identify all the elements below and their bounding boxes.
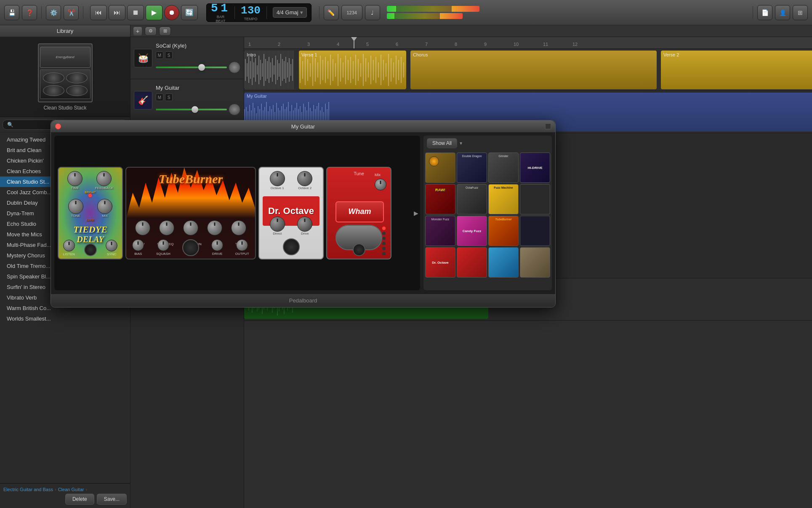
pedal-thumb-item-12[interactable] xyxy=(520,216,550,246)
pedal-tiedye-delay[interactable]: TIME FEEDBACK BRIGHT xyxy=(58,167,123,259)
key-display[interactable]: 4/4 Gmaj ▾ xyxy=(273,7,307,18)
pedal-thumb-item-4[interactable]: HI-DRIVE xyxy=(520,152,550,183)
delete-button[interactable]: Delete xyxy=(65,494,94,505)
modal-resize-button[interactable] xyxy=(545,123,551,129)
play-button[interactable]: ▶ xyxy=(146,5,162,20)
profile-btn[interactable]: 👤 xyxy=(775,5,790,20)
knob-listen[interactable] xyxy=(63,240,75,251)
stop-button[interactable]: ⏹ xyxy=(127,5,144,20)
volume-knob-guitar[interactable] xyxy=(229,104,240,115)
region-verse2[interactable]: Verse 2 xyxy=(661,51,812,89)
scissors-icon[interactable]: ✂️ xyxy=(64,5,79,20)
beat-number: 1 xyxy=(221,2,229,15)
pedal-scroll-right[interactable]: ▶ xyxy=(414,210,418,217)
pedal-thumb-item-14[interactable] xyxy=(457,247,487,278)
knob-tb-low[interactable] xyxy=(135,220,150,235)
key-dropdown-icon[interactable]: ▾ xyxy=(300,9,303,16)
knob-tb-bias[interactable] xyxy=(132,239,144,251)
svg-rect-69 xyxy=(401,57,402,83)
pencil-tool[interactable]: ✏️ xyxy=(324,5,339,20)
knob-time[interactable] xyxy=(67,171,83,186)
track-mute-socal[interactable]: M xyxy=(156,51,163,59)
knob-tb-drive[interactable] xyxy=(211,239,223,251)
pedal-tubeburner[interactable]: TubeBurner xyxy=(125,167,256,259)
pedal-thumb-item-11[interactable]: TubeBurner xyxy=(488,216,519,246)
pedal-thumb-item-15[interactable] xyxy=(488,247,519,278)
pedal-thumb-item-5[interactable]: RAW! xyxy=(425,184,455,214)
show-all-button[interactable]: Show All xyxy=(427,138,457,148)
knob-mix[interactable] xyxy=(97,199,112,214)
knob-oct2[interactable] xyxy=(297,171,312,186)
add-track-button[interactable]: + xyxy=(133,27,142,36)
pedal-dr-octave[interactable]: Octave 1 Octave 2 Dr. Octave Direct xyxy=(258,167,324,259)
count-btn[interactable]: 1234 xyxy=(341,5,362,20)
breadcrumb-clean-guitar[interactable]: Clean Guitar xyxy=(58,487,84,492)
track-options-btn[interactable]: ⚙ xyxy=(145,27,157,36)
pedal-thumb-item-10[interactable]: Candy Fuzz xyxy=(457,216,487,246)
knob-tb-tone[interactable] xyxy=(231,220,246,235)
score-btn[interactable]: 📄 xyxy=(757,5,772,20)
dropdown-arrow[interactable]: ▾ xyxy=(460,140,462,146)
save-icon[interactable]: 💾 xyxy=(4,5,19,20)
cycle-button[interactable]: 🔄 xyxy=(181,5,198,20)
region-chorus[interactable]: Chorus xyxy=(410,51,657,89)
fast-forward-button[interactable]: ⏭ xyxy=(109,5,125,20)
record-button[interactable]: ⏺ xyxy=(164,5,179,20)
help-icon[interactable]: ❓ xyxy=(22,5,37,20)
knob-tb-high[interactable] xyxy=(207,220,222,235)
svg-rect-22 xyxy=(282,59,283,81)
pedal-thumb-item-16[interactable] xyxy=(520,247,550,278)
track-solo-guitar[interactable]: S xyxy=(165,94,173,101)
pedal-thumb-item-1[interactable] xyxy=(425,152,455,183)
knob-tone[interactable] xyxy=(68,199,83,214)
pedal-thumb-item-8[interactable] xyxy=(520,184,550,214)
track-name-socal: SoCal (Kyle) xyxy=(156,43,240,49)
pedal-thumb-item-7[interactable]: Fuzz Machine xyxy=(488,184,519,214)
fader-track-guitar[interactable] xyxy=(156,109,227,110)
volume-knob-socal[interactable] xyxy=(229,61,240,73)
knob-drive[interactable] xyxy=(297,217,312,232)
region-verse1[interactable]: Verse 1 xyxy=(299,51,406,89)
track-solo-socal[interactable]: S xyxy=(165,51,173,59)
breadcrumb-electric[interactable]: Electric Guitar and Bass xyxy=(3,487,53,492)
track-header-socal[interactable]: 🥁 SoCal (Kyle) M S xyxy=(130,37,244,79)
knob-oct1[interactable] xyxy=(270,171,285,186)
pedal-thumb-item-2[interactable]: Double Dragon xyxy=(457,152,487,183)
save-button[interactable]: Save... xyxy=(97,494,127,505)
region-intro[interactable]: Intro xyxy=(244,51,295,89)
pedal-thumb-item-6[interactable]: OctaFuzz xyxy=(457,184,487,214)
rewind-button[interactable]: ⏮ xyxy=(90,5,107,20)
knob-wham-mix[interactable] xyxy=(375,179,386,190)
stomp-tubeburner[interactable] xyxy=(182,239,199,256)
fader-track-socal[interactable] xyxy=(156,67,227,68)
track-header-guitar[interactable]: 🎸 My Guitar M S xyxy=(130,79,244,121)
label-output: OUTPUT xyxy=(235,252,249,256)
stomp-droctave[interactable] xyxy=(283,238,300,255)
knob-tb-midgain[interactable] xyxy=(183,220,198,235)
pedal-wham[interactable]: Tune Mix Wham xyxy=(326,167,391,259)
metronome-btn[interactable]: ♩ xyxy=(365,5,380,20)
amp-cab xyxy=(40,70,91,99)
knob-tb-midfreq[interactable] xyxy=(159,220,174,235)
knob-feedback[interactable] xyxy=(96,171,112,186)
track-icon-drums: 🥁 xyxy=(134,49,152,67)
fader-knob-guitar[interactable] xyxy=(192,106,198,113)
library-item-worlds-smallest[interactable]: Worlds Smallest... xyxy=(0,313,130,324)
pedal-thumb-item-13[interactable]: Dr. Octave xyxy=(425,247,455,278)
track-mute-guitar[interactable]: M xyxy=(156,94,163,101)
stomp-tiedye[interactable] xyxy=(84,243,97,256)
fader-knob-socal[interactable] xyxy=(198,64,205,71)
knob-tb-output[interactable] xyxy=(236,239,248,251)
pedal-thumb-knob xyxy=(429,156,439,166)
knob-tb-squash[interactable] xyxy=(157,239,169,251)
smart-controls-btn[interactable]: ⊞ xyxy=(793,5,808,20)
knob-sync[interactable] xyxy=(106,240,117,251)
stomp-wham[interactable] xyxy=(353,243,365,256)
pedal-thumb-item-3[interactable]: Grinder xyxy=(488,152,519,183)
modal-close-button[interactable] xyxy=(55,123,61,129)
pedal-thumb-item-9[interactable]: Monster Fuzz xyxy=(425,216,455,246)
settings-icon[interactable]: ⚙️ xyxy=(46,5,61,20)
track-view-btn[interactable]: ⊞ xyxy=(159,27,171,36)
svg-rect-28 xyxy=(292,59,293,81)
knob-direct[interactable] xyxy=(270,217,285,232)
